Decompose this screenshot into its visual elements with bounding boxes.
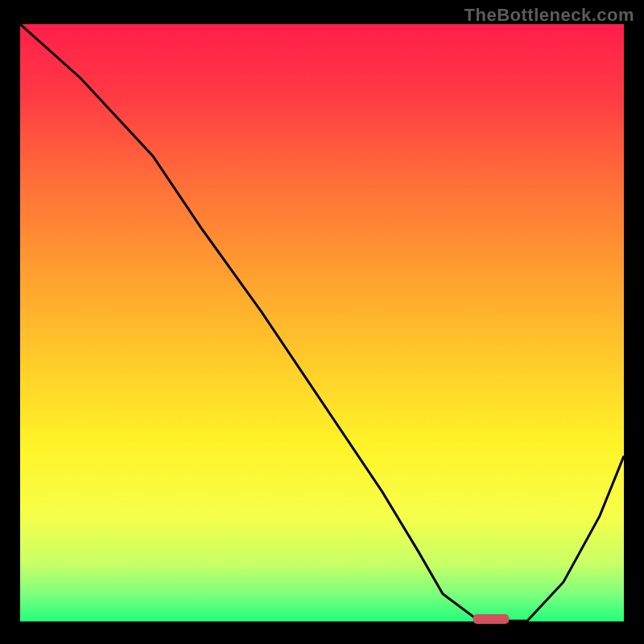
watermark-label: TheBottleneck.com: [464, 5, 634, 26]
plot-area: [20, 24, 624, 624]
chart-svg: [20, 24, 624, 624]
gradient-background: [20, 24, 624, 624]
optimal-marker: [473, 614, 510, 624]
chart-container: TheBottleneck.com: [0, 0, 644, 644]
